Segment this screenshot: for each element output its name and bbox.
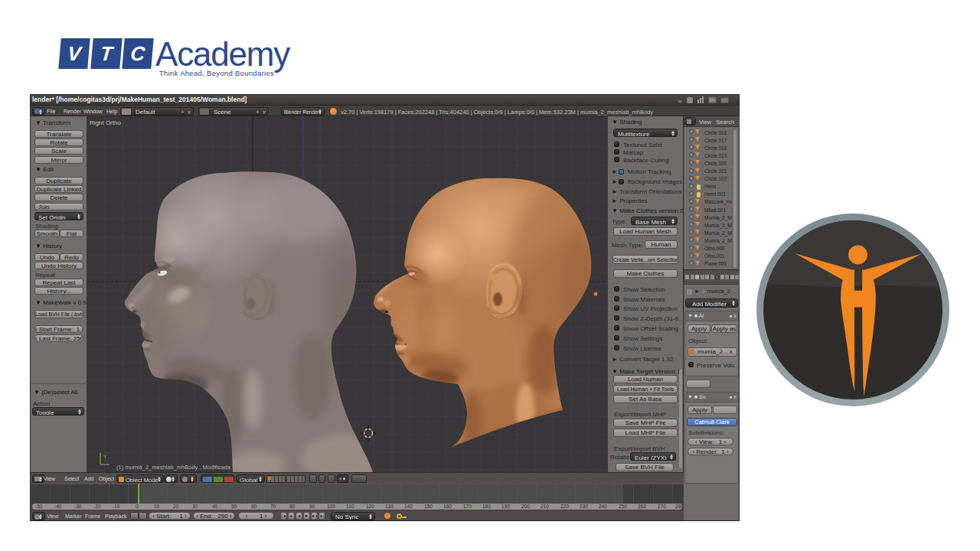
svg-text:Right Ortho: Right Ortho bbox=[90, 119, 121, 126]
svg-text:Y: Y bbox=[103, 454, 107, 459]
svg-text:(1) mumia_2_meshlab_mhBody : M: (1) mumia_2_meshlab_mhBody : Modificada bbox=[116, 464, 231, 471]
